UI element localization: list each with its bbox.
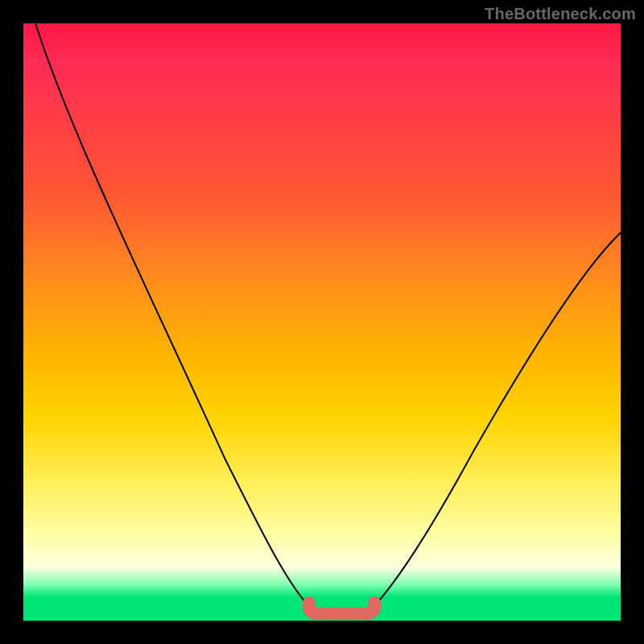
curve-svg bbox=[23, 23, 621, 621]
chart-stage: TheBottleneck.com bbox=[0, 0, 644, 644]
bottleneck-curve bbox=[35, 23, 621, 611]
plot-area bbox=[23, 23, 621, 621]
highlight-blob bbox=[309, 603, 375, 613]
attribution-text: TheBottleneck.com bbox=[485, 5, 636, 23]
